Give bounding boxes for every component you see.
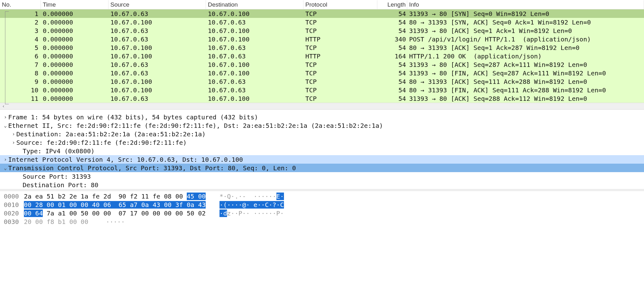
cell-src: 10.67.0.63 (108, 95, 206, 102)
packet-row[interactable]: 100.00000010.67.0.10010.67.0.63TCP5480 →… (0, 86, 644, 94)
packet-row[interactable]: 50.00000010.67.0.10010.67.0.63TCP5480 → … (0, 43, 644, 52)
tree-ip[interactable]: › Internet Protocol Version 4, Src: 10.6… (0, 155, 644, 164)
cell-proto: TCP (303, 78, 377, 85)
packet-row[interactable]: 70.00000010.67.0.6310.67.0.100TCP5431393… (0, 60, 644, 69)
cell-info: POST /api/v1/login/ HTTP/1.1 (applicatio… (407, 35, 644, 43)
cell-len: 54 (377, 78, 407, 85)
chevron-right-icon[interactable]: › (11, 139, 16, 145)
col-header-length[interactable]: Length (377, 0, 407, 9)
hex-row-0000[interactable]: 0000 2a ea 51 b2 2e 1a fe 2d 90 f2 11 fe… (4, 192, 644, 201)
cell-dst: 10.67.0.100 (206, 69, 303, 77)
cell-src: 10.67.0.100 (108, 19, 206, 26)
hex-ascii: ····· (102, 218, 125, 226)
tree-ip-label: Internet Protocol Version 4, Src: 10.67.… (8, 156, 243, 163)
packet-row[interactable]: 40.00000010.67.0.6310.67.0.100HTTP340POS… (0, 35, 644, 43)
cell-no: 1 (0, 10, 41, 18)
cell-info: 31393 → 80 [ACK] Seq=287 Ack=111 Win=819… (407, 61, 644, 68)
cell-info: HTTP/1.1 200 OK (application/json) (407, 52, 644, 60)
cell-src: 10.67.0.63 (108, 35, 206, 43)
cell-time: 0.000000 (41, 35, 108, 43)
col-header-destination[interactable]: Destination (206, 0, 303, 9)
chevron-down-icon[interactable]: ⌄ (3, 165, 8, 171)
cell-time: 0.000000 (41, 44, 108, 52)
packet-list-scrollbar[interactable]: ‹ (0, 103, 644, 110)
cell-no: 8 (0, 69, 41, 77)
packet-row[interactable]: 20.00000010.67.0.10010.67.0.63TCP5480 → … (0, 18, 644, 26)
cell-info: 31393 → 80 [ACK] Seq=1 Ack=1 Win=8192 Le… (407, 27, 644, 35)
hex-offset: 0000 (4, 192, 24, 201)
cell-info: 80 → 31393 [FIN, ACK] Seq=111 Ack=288 Wi… (407, 86, 644, 94)
cell-no: 4 (0, 35, 41, 43)
cell-dst: 10.67.0.63 (206, 52, 303, 60)
hex-offset: 0010 (4, 201, 24, 209)
cell-len: 54 (377, 69, 407, 77)
col-header-source[interactable]: Source (108, 0, 206, 9)
hex-ascii: *·Q·.·- ······E· (219, 192, 284, 201)
cell-time: 0.000000 (41, 27, 108, 35)
cell-proto: HTTP (303, 52, 377, 60)
tree-eth-type[interactable]: Type: IPv4 (0x0800) (0, 147, 644, 155)
hex-row-0020[interactable]: 0020 00 64 7a a1 00 50 00 00 07 17 00 00… (4, 209, 644, 218)
packet-details-pane: › Frame 1: 54 bytes on wire (432 bits), … (0, 113, 644, 189)
packet-row[interactable]: 90.00000010.67.0.10010.67.0.63TCP5480 → … (0, 77, 644, 86)
tree-frame[interactable]: › Frame 1: 54 bytes on wire (432 bits), … (0, 113, 644, 121)
chevron-right-icon[interactable]: › (11, 131, 16, 137)
hex-bytes: 00 64 7a a1 00 50 00 00 07 17 00 00 00 0… (24, 209, 206, 218)
col-header-protocol[interactable]: Protocol (303, 0, 377, 9)
cell-proto: TCP (303, 95, 377, 102)
cell-proto: TCP (303, 44, 377, 52)
packet-list-body: 10.00000010.67.0.6310.67.0.100TCP5431393… (0, 9, 644, 103)
cell-no: 5 (0, 44, 41, 52)
tree-ethernet[interactable]: ⌄ Ethernet II, Src: fe:2d:90:f2:11:fe (f… (0, 121, 644, 130)
chevron-right-icon[interactable]: › (3, 114, 8, 120)
col-header-time[interactable]: Time (41, 0, 108, 9)
tree-tcp-dstport[interactable]: Destination Port: 80 (0, 181, 644, 189)
cell-info: 31393 → 80 [ACK] Seq=288 Ack=112 Win=819… (407, 95, 644, 102)
cell-no: 10 (0, 86, 41, 94)
cell-time: 0.000000 (41, 10, 108, 18)
tree-eth-destination[interactable]: › Destination: 2a:ea:51:b2:2e:1a (2a:ea:… (0, 130, 644, 138)
cell-time: 0.000000 (41, 78, 108, 85)
cell-src: 10.67.0.63 (108, 61, 206, 68)
packet-bytes-pane[interactable]: 0000 2a ea 51 b2 2e 1a fe 2d 90 f2 11 fe… (0, 191, 644, 226)
packet-row[interactable]: 110.00000010.67.0.6310.67.0.100TCP543139… (0, 94, 644, 103)
packet-row[interactable]: 10.00000010.67.0.6310.67.0.100TCP5431393… (0, 9, 644, 18)
chevron-right-icon[interactable]: › (3, 156, 8, 162)
cell-src: 10.67.0.100 (108, 78, 206, 85)
cell-time: 0.000000 (41, 86, 108, 94)
tree-frame-label: Frame 1: 54 bytes on wire (432 bits), 54… (8, 113, 258, 121)
cell-dst: 10.67.0.100 (206, 10, 303, 18)
col-header-no[interactable]: No. (0, 0, 41, 9)
cell-src: 10.67.0.63 (108, 27, 206, 35)
scroll-left-icon[interactable]: ‹ (0, 103, 7, 110)
tree-tcp[interactable]: ⌄ Transmission Control Protocol, Src Por… (0, 164, 644, 172)
packet-row[interactable]: 30.00000010.67.0.6310.67.0.100TCP5431393… (0, 26, 644, 35)
cell-no: 2 (0, 19, 41, 26)
cell-time: 0.000000 (41, 52, 108, 60)
tree-eth-source[interactable]: › Source: fe:2d:90:f2:11:fe (fe:2d:90:f2… (0, 138, 644, 147)
cell-src: 10.67.0.100 (108, 86, 206, 94)
cell-time: 0.000000 (41, 69, 108, 77)
tree-eth-type-label: Type: IPv4 (0x0800) (23, 147, 95, 155)
packet-list-header: No. Time Source Destination Protocol Len… (0, 0, 644, 9)
packet-row[interactable]: 80.00000010.67.0.6310.67.0.100TCP5431393… (0, 69, 644, 77)
tree-tcp-srcport[interactable]: Source Port: 31393 (0, 172, 644, 181)
cell-proto: TCP (303, 27, 377, 35)
tree-tcp-dstport-label: Destination Port: 80 (23, 181, 98, 189)
cell-proto: TCP (303, 61, 377, 68)
cell-no: 6 (0, 52, 41, 60)
hex-row-0030[interactable]: 0030 20 00 f8 b1 00 00 ····· (4, 218, 644, 226)
hex-offset: 0030 (4, 218, 24, 226)
chevron-down-icon[interactable]: ⌄ (3, 122, 8, 128)
cell-dst: 10.67.0.100 (206, 95, 303, 102)
hex-ascii: ·dz··P·· ······P· (219, 209, 284, 218)
packet-row[interactable]: 60.00000010.67.0.10010.67.0.63HTTP164HTT… (0, 52, 644, 60)
tree-ethernet-label: Ethernet II, Src: fe:2d:90:f2:11:fe (fe:… (8, 122, 383, 129)
cell-proto: TCP (303, 10, 377, 18)
col-header-info[interactable]: Info (407, 0, 644, 9)
cell-dst: 10.67.0.63 (206, 19, 303, 26)
cell-info: 80 → 31393 [ACK] Seq=111 Ack=288 Win=819… (407, 78, 644, 85)
hex-ascii: ·(····@· e··C·?·C (219, 201, 284, 209)
tree-eth-source-label: Source: fe:2d:90:f2:11:fe (fe:2d:90:f2:1… (16, 139, 187, 146)
hex-row-0010[interactable]: 0010 00 28 00 01 00 00 40 06 65 a7 0a 43… (4, 201, 644, 209)
